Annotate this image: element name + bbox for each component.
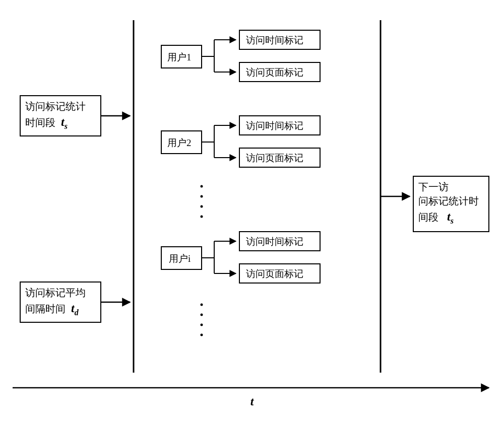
- user1-time: 访问时间标记: [246, 35, 303, 45]
- axis-label: t: [250, 395, 255, 408]
- svg-point-19: [201, 216, 203, 218]
- useri-label: 用户i: [169, 253, 191, 264]
- svg-point-28: [201, 314, 203, 316]
- next-line1: 下一访: [418, 181, 449, 192]
- user2-time: 访问时间标记: [246, 120, 303, 131]
- avg-line1: 访问标记平均: [25, 287, 86, 298]
- svg-point-29: [201, 324, 203, 326]
- user-group-2: 用户2 访问时间标记 访问页面标记: [161, 116, 320, 167]
- box-stats-period: 访问标记统计 时间段 ts: [20, 96, 101, 136]
- user-group-i: 用户i 访问时间标记 访问页面标记: [161, 232, 320, 283]
- svg-point-16: [201, 185, 203, 188]
- ellipsis-1: [201, 185, 203, 218]
- box-avg-interval: 访问标记平均 间隔时间 td: [20, 282, 101, 322]
- user2-page: 访问页面标记: [246, 153, 303, 163]
- svg-point-18: [201, 205, 203, 208]
- user2-label: 用户2: [167, 137, 192, 148]
- diagram-canvas: 访问标记统计 时间段 ts 访问标记平均 间隔时间 td 用户1 访问时间标记 …: [0, 0, 504, 423]
- useri-time: 访问时间标记: [246, 236, 303, 247]
- svg-point-30: [201, 334, 203, 336]
- ellipsis-2: [201, 304, 203, 336]
- box-next-period: 下一访 问标记统计时 间段 ts: [413, 176, 489, 232]
- svg-point-27: [201, 304, 203, 306]
- user1-page: 访问页面标记: [246, 67, 303, 78]
- stats-line1: 访问标记统计: [25, 101, 86, 112]
- svg-point-17: [201, 195, 203, 198]
- user1-label: 用户1: [167, 52, 192, 62]
- next-line2: 问标记统计时: [418, 195, 479, 206]
- useri-page: 访问页面标记: [246, 268, 303, 279]
- user-group-1: 用户1 访问时间标记 访问页面标记: [161, 30, 320, 82]
